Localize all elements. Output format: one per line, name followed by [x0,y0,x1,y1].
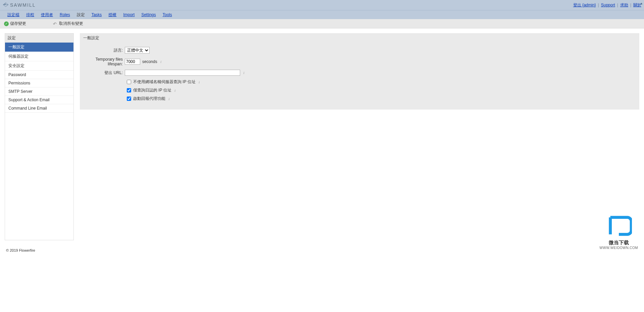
copyright: © 2019 Flowerfire [6,248,35,252]
sidebar: 設定 一般設定 伺服器設定 安全設定 Password Permissions … [5,33,74,240]
sidebar-header: 設定 [5,34,73,43]
row-language: 語言: 正體中文 [83,47,636,54]
sidebar-item-password[interactable]: Password [5,71,73,79]
back-to-top-icon[interactable]: ▴ [641,1,644,5]
row-report-agent: 啟動回報代理功能 i [83,96,636,102]
lifespan-unit: seconds [142,59,157,64]
support-link[interactable]: Support [601,3,615,7]
header-links: 登出 {admin} | Support | 求助 | 關於 [573,2,641,8]
row-log-ip-only: 僅查詢日誌的 IP 位址 i [83,87,636,93]
nav-settings-en[interactable]: Settings [141,12,156,17]
logout-link[interactable]: 登出 {admin} [573,2,596,8]
sidebar-item-server[interactable]: 伺服器設定 [5,52,73,61]
watermark-logo-icon [606,214,632,238]
nav-license[interactable]: 授權 [108,12,116,18]
cancel-button[interactable]: ↶ 取消所有變更 [53,21,83,26]
logo-text: SAWMILL [10,2,36,8]
row-dns-lookup: 不使用網域名稱伺服器查詢 IP 位址 i [83,79,636,85]
nav-profile[interactable]: 設定檔 [7,12,19,18]
nav-import[interactable]: Import [123,12,135,17]
footer: © 2019 Flowerfire [0,245,644,256]
sidebar-item-support-email[interactable]: Support & Action Email [5,96,73,104]
sidebar-item-security[interactable]: 安全設定 [5,61,73,71]
sidebar-item-cli-email[interactable]: Command Line Email [5,104,73,113]
toolbar: ✓ 儲存變更 ↶ 取消所有變更 [0,19,644,28]
watermark-url: WWW.WEIDOWN.COM [599,246,638,250]
info-icon[interactable]: i [242,71,246,75]
separator: | [598,3,599,7]
panel-title: 一般設定 [80,33,639,43]
log-ip-only-label: 僅查詢日誌的 IP 位址 [133,87,171,93]
nav-users[interactable]: 使用者 [41,12,53,18]
about-link[interactable]: 關於 [633,2,641,8]
dns-lookup-label: 不使用網域名稱伺服器查詢 IP 位址 [133,79,196,85]
logout-url-input[interactable] [125,70,240,76]
main-panel: 一般設定 語言: 正體中文 Temporary files lifespan: … [80,33,639,110]
content: 設定 一般設定 伺服器設定 安全設定 Password Permissions … [0,28,644,245]
undo-icon: ↶ [53,21,58,26]
logo-area: SAWMILL [3,2,36,9]
lifespan-input[interactable] [125,59,140,65]
dns-lookup-checkbox[interactable] [127,80,131,84]
logo-icon [3,2,9,9]
nav-roles[interactable]: Roles [60,12,70,17]
info-icon[interactable]: i [198,80,201,84]
row-lifespan: Temporary files lifespan: seconds i [83,57,636,66]
separator: | [617,3,618,7]
report-agent-checkbox[interactable] [127,97,131,101]
save-label: 儲存變更 [10,21,26,26]
sidebar-item-smtp[interactable]: SMTP Server [5,87,73,96]
nav-tasks[interactable]: Tasks [92,12,102,17]
sidebar-item-permissions[interactable]: Permissions [5,79,73,87]
lifespan-label: Temporary files lifespan: [83,57,125,66]
logout-url-label: 登出 URL: [83,70,125,76]
info-icon[interactable]: i [159,60,163,64]
language-label: 語言: [83,48,125,53]
panel-body: 語言: 正體中文 Temporary files lifespan: secon… [80,43,639,110]
help-link[interactable]: 求助 [620,2,628,8]
sidebar-item-general[interactable]: 一般設定 [5,43,73,52]
save-button[interactable]: ✓ 儲存變更 [4,21,26,26]
watermark-text: 微当下载 [599,240,638,246]
log-ip-only-checkbox[interactable] [127,88,131,92]
report-agent-label: 啟動回報代理功能 [133,96,165,102]
info-icon[interactable]: i [167,97,171,101]
nav-bar: 設定檔 排程 使用者 Roles 設定 Tasks 授權 Import Sett… [0,10,644,19]
row-logout-url: 登出 URL: i [83,70,636,76]
cancel-label: 取消所有變更 [59,21,83,26]
header: SAWMILL 登出 {admin} | Support | 求助 | 關於 [0,0,644,10]
nav-tools[interactable]: Tools [163,12,172,17]
watermark: 微当下载 WWW.WEIDOWN.COM [599,214,638,250]
language-select[interactable]: 正體中文 [125,47,150,54]
separator: | [630,3,631,7]
check-icon: ✓ [4,21,9,26]
nav-schedule[interactable]: 排程 [26,12,34,18]
nav-settings-active[interactable]: 設定 [77,12,85,18]
info-icon[interactable]: i [173,88,177,92]
